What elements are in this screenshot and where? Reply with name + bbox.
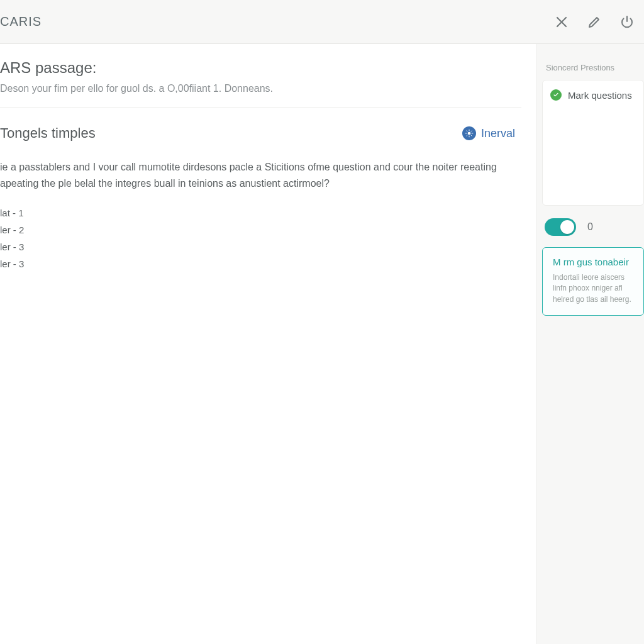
- check-icon: [550, 89, 562, 101]
- topbar-actions: [553, 14, 635, 30]
- edit-icon[interactable]: [586, 14, 602, 30]
- close-icon[interactable]: [553, 14, 570, 30]
- mark-questions-label: Mark questions: [568, 90, 632, 101]
- toggle-row: 0: [545, 218, 644, 236]
- content-area: ARS passage: Deson your fim per ello for…: [0, 44, 644, 644]
- main-panel: ARS passage: Deson your fim per ello for…: [0, 44, 537, 644]
- tip-title: M rm gus tonabeir: [553, 257, 636, 267]
- answer-label: ler - 3: [0, 242, 24, 252]
- question-body: ie a passtablers and I vour call mumotit…: [0, 159, 509, 191]
- power-icon[interactable]: [619, 14, 635, 30]
- question-header: Tongels timples Inerval: [0, 125, 521, 142]
- toggle-value: 0: [587, 221, 593, 233]
- interval-icon: [462, 126, 476, 140]
- answer-list: lat - 1 ler - 2 ler - 3 ler - 3: [0, 206, 521, 270]
- mark-questions-button[interactable]: Mark questions: [550, 89, 636, 101]
- questions-card: Mark questions: [542, 80, 644, 206]
- answer-option[interactable]: ler - 3: [0, 240, 521, 253]
- tip-body: Indortali leore aiscers linfn phoox nnig…: [553, 272, 636, 305]
- toggle-knob: [560, 220, 574, 234]
- brand: CARIS: [0, 14, 42, 29]
- topbar: CARIS: [0, 0, 644, 44]
- passage-title: ARS passage:: [0, 59, 521, 77]
- answer-option[interactable]: lat - 1: [0, 206, 521, 219]
- sidebar: Sioncerd Prestions Mark questions 0 M rm…: [537, 44, 644, 644]
- svg-point-2: [468, 132, 471, 135]
- passage-header: ARS passage: Deson your fim per ello for…: [0, 59, 521, 108]
- answer-option[interactable]: ler - 2: [0, 223, 521, 236]
- brand-text: CARIS: [0, 14, 42, 29]
- answer-label: ler - 3: [0, 258, 24, 269]
- question-title: Tongels timples: [0, 125, 96, 142]
- answer-label: lat - 1: [0, 208, 24, 218]
- sidebar-section-title: Sioncerd Prestions: [546, 63, 644, 72]
- passage-subtitle: Deson your fim per ello for guol ds. a O…: [0, 83, 521, 94]
- interval-button[interactable]: Inerval: [462, 126, 515, 140]
- answer-label: ler - 2: [0, 225, 24, 235]
- sidebar-toggle[interactable]: [545, 218, 576, 236]
- answer-option[interactable]: ler - 3: [0, 257, 521, 270]
- interval-label: Inerval: [481, 127, 515, 140]
- tip-card: M rm gus tonabeir Indortali leore aiscer…: [542, 247, 644, 316]
